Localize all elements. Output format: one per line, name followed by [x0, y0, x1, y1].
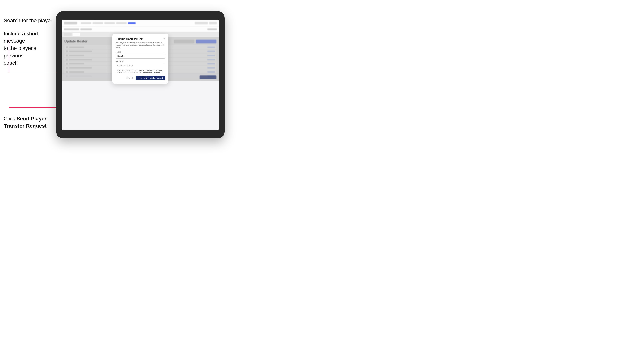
tab-active: [73, 33, 80, 36]
header-right: [195, 22, 217, 24]
annotation-click: Click Send Player Transfer Request: [4, 115, 52, 130]
tablet-device: Update Roster: [56, 11, 225, 138]
tablet-screen: Update Roster: [62, 20, 219, 130]
modal-description: If the player is transferring from anoth…: [116, 42, 165, 49]
tab: [64, 33, 72, 36]
nav-item: [104, 22, 115, 24]
player-search-input[interactable]: [116, 54, 165, 58]
breadcrumb: [80, 28, 92, 30]
sub-header-action: [208, 28, 217, 30]
message-field-label: Message: [116, 60, 165, 62]
modal-close-button[interactable]: ×: [164, 37, 165, 40]
app-logo: [64, 22, 77, 24]
annotation-search: Search for the player.: [4, 17, 54, 24]
breadcrumb: [64, 28, 79, 30]
main-content: Update Roster: [62, 37, 219, 81]
nav-item: [93, 22, 103, 24]
app-header: [62, 20, 219, 27]
modal-header: Request player transfer ×: [116, 37, 165, 40]
nav-item-active: [128, 22, 136, 24]
annotation-message: Include a short message to the player's …: [4, 30, 52, 67]
sub-header: [62, 27, 219, 32]
header-btn: [209, 22, 217, 24]
modal-title: Request player transfer: [116, 37, 143, 40]
send-transfer-request-button[interactable]: Send Player Transfer Request: [136, 76, 165, 80]
message-textarea[interactable]: Hi Coach McHarg, Please accept this tran…: [116, 63, 165, 73]
modal-footer: Cancel Send Player Transfer Request: [116, 76, 165, 80]
nav-items: [81, 22, 136, 24]
nav-item: [116, 22, 126, 24]
player-field-label: Player: [116, 51, 165, 53]
request-transfer-modal: Request player transfer × If the player …: [112, 34, 168, 84]
header-btn: [195, 22, 208, 24]
cancel-button[interactable]: Cancel: [125, 76, 134, 80]
nav-item: [81, 22, 91, 24]
modal-overlay: Request player transfer × If the player …: [62, 37, 219, 81]
